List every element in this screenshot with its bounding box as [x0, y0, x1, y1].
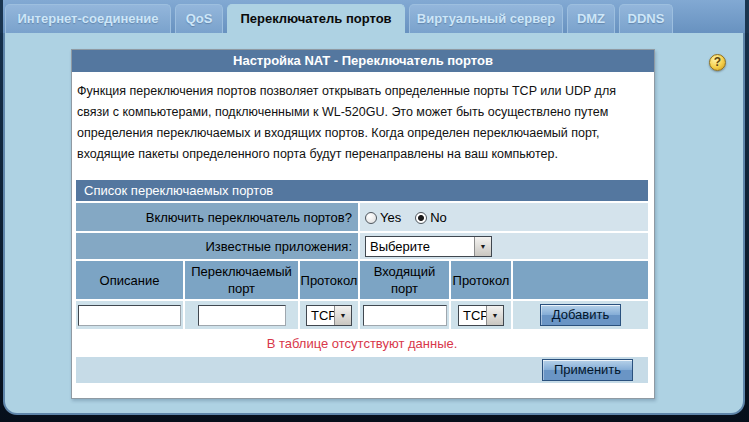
- port-trigger-table: Список переключаемых портов Включить пер…: [74, 178, 650, 385]
- trigger-protocol-cell: TCP ▼: [300, 301, 358, 329]
- help-icon[interactable]: ?: [709, 54, 726, 71]
- enable-trigger-label: Включить переключатель портов?: [76, 203, 358, 231]
- incoming-protocol-select[interactable]: TCP ▼: [458, 305, 504, 326]
- description-cell: [76, 301, 183, 329]
- radio-yes[interactable]: [365, 212, 377, 224]
- enable-trigger-row: Включить переключатель портов? YesNo: [76, 203, 648, 231]
- add-button[interactable]: Добавить: [540, 304, 621, 326]
- radio-no-label: No: [430, 210, 447, 225]
- apply-button[interactable]: Применить: [542, 359, 633, 381]
- page-description: Функция переключения портов позволяет от…: [72, 72, 654, 178]
- trigger-port-cell: [185, 301, 298, 329]
- trigger-port-input[interactable]: [198, 305, 286, 326]
- known-apps-value-cell: Выберите ▼: [360, 233, 648, 259]
- radio-no-option[interactable]: No: [415, 210, 447, 225]
- apply-row: Применить: [76, 357, 648, 383]
- incoming-port-cell: [360, 301, 449, 329]
- column-header-row: Описание Переключаемый порт Протокол Вхо…: [76, 261, 648, 299]
- chevron-down-icon: ▼: [474, 237, 491, 256]
- radio-yes-option[interactable]: Yes: [365, 210, 401, 225]
- incoming-protocol-value: TCP: [459, 306, 486, 325]
- trigger-protocol-value: TCP: [307, 306, 334, 325]
- new-entry-row: TCP ▼ TCP ▼ Добавить: [76, 301, 648, 329]
- column-header-protocol-2: Протокол: [451, 261, 511, 299]
- chevron-down-icon: ▼: [334, 306, 351, 325]
- incoming-port-input[interactable]: [363, 305, 447, 326]
- section-header-row: Список переключаемых портов: [76, 180, 648, 201]
- empty-table-message: В таблице отсутствуют данные.: [76, 331, 648, 355]
- chevron-down-icon: ▼: [486, 306, 503, 325]
- enable-trigger-value-cell: YesNo: [360, 203, 648, 231]
- column-header-actions: [513, 261, 648, 299]
- radio-yes-label: Yes: [380, 210, 401, 225]
- tab-qos[interactable]: QoS: [175, 4, 223, 33]
- section-header: Список переключаемых портов: [76, 180, 648, 201]
- column-header-description: Описание: [76, 261, 183, 299]
- page-title: Настройка NAT - Переключатель портов: [72, 50, 654, 72]
- tab-virtual-server[interactable]: Виртуальный сервер: [409, 4, 563, 33]
- tab-ddns[interactable]: DDNS: [619, 4, 673, 33]
- known-apps-selected-value: Выберите: [366, 237, 474, 256]
- empty-state-row: В таблице отсутствуют данные.: [76, 331, 648, 355]
- apply-button-cell: Применить: [76, 357, 648, 383]
- tab-bar: Интернет-соединение QoS Переключатель по…: [0, 0, 749, 33]
- settings-panel: Настройка NAT - Переключатель портов Фун…: [71, 49, 655, 399]
- column-header-incoming-port: Входящий порт: [360, 261, 449, 299]
- trigger-protocol-select[interactable]: TCP ▼: [306, 305, 352, 326]
- known-apps-row: Известные приложения: Выберите ▼: [76, 233, 648, 259]
- description-input[interactable]: [78, 305, 181, 326]
- incoming-protocol-cell: TCP ▼: [451, 301, 511, 329]
- known-apps-label: Известные приложения:: [76, 233, 358, 259]
- tab-port-trigger[interactable]: Переключатель портов: [227, 4, 405, 33]
- tab-dmz[interactable]: DMZ: [567, 4, 615, 33]
- known-apps-select[interactable]: Выберите ▼: [365, 236, 492, 257]
- tab-internet-connection[interactable]: Интернет-соединение: [5, 4, 171, 33]
- add-button-cell: Добавить: [513, 301, 648, 329]
- radio-no[interactable]: [415, 212, 427, 224]
- column-header-protocol-1: Протокол: [300, 261, 358, 299]
- page-background: ? Настройка NAT - Переключатель портов Ф…: [3, 33, 745, 415]
- column-header-trigger-port: Переключаемый порт: [185, 261, 298, 299]
